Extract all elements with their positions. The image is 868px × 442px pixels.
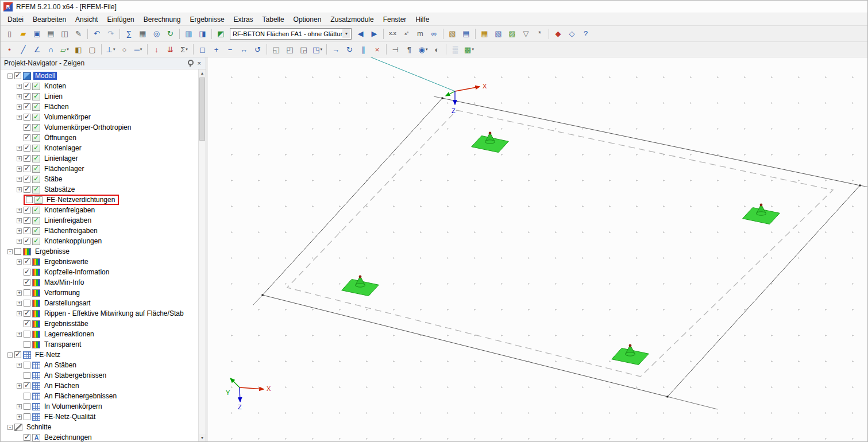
- tree-label-kopfzeile-information[interactable]: Kopfzeile-Information: [43, 268, 111, 276]
- display-properties-icon[interactable]: ◐: [430, 43, 443, 56]
- tree-label-fe-netz-qualitat[interactable]: FE-Netz-Qualität: [43, 413, 97, 421]
- scroll-up-icon[interactable]: ▲: [199, 69, 206, 77]
- view-x-icon[interactable]: ◱: [269, 43, 283, 56]
- panels-icon[interactable]: ◨: [196, 28, 209, 40]
- tree-label-fe-netz[interactable]: FE-Netz: [33, 351, 62, 359]
- comment-icon[interactable]: ¶: [403, 43, 416, 56]
- filter-icon[interactable]: ▽: [519, 28, 533, 40]
- scroll-down-icon[interactable]: ▼: [199, 434, 206, 441]
- results-display-icon[interactable]: ◩: [214, 28, 227, 40]
- expander-knotenkopplungen[interactable]: +: [17, 239, 22, 244]
- tree-label-schnitte[interactable]: Schnitte: [25, 423, 53, 431]
- expander-knoten[interactable]: +: [17, 84, 22, 89]
- tree-label-stabe[interactable]: Stäbe: [43, 175, 64, 183]
- background-color-icon[interactable]: ▒: [449, 43, 462, 56]
- printout-icon[interactable]: ▤: [460, 28, 473, 40]
- tree-label-flachenlager[interactable]: Flächenlager: [43, 165, 86, 173]
- tree-label-an-flachenergebnissen[interactable]: An Flächenergebnissen: [43, 392, 118, 400]
- modules-icon[interactable]: ◆: [551, 28, 565, 40]
- view-glasses-icon[interactable]: ∞: [427, 28, 441, 40]
- checkbox-ergebnisse[interactable]: [14, 248, 21, 255]
- menu-ansicht[interactable]: Ansicht: [71, 14, 102, 25]
- checkbox-stabe[interactable]: [24, 176, 30, 183]
- checkbox-modell[interactable]: [14, 72, 21, 79]
- menu-tabelle[interactable]: Tabelle: [258, 14, 289, 25]
- menu-ergebnisse[interactable]: Ergebnisse: [186, 14, 229, 25]
- insert-node-icon[interactable]: •: [3, 43, 16, 56]
- menu-optionen[interactable]: Optionen: [289, 14, 326, 25]
- tree-label-ergebnisse[interactable]: Ergebnisse: [33, 247, 71, 255]
- app-icon[interactable]: R: [3, 2, 13, 11]
- menu-fenster[interactable]: Fenster: [379, 14, 411, 25]
- isometric-view-icon[interactable]: ◳▾: [311, 43, 324, 56]
- expander-stabe[interactable]: +: [17, 177, 22, 182]
- checkbox-bezeichnungen[interactable]: [24, 434, 30, 441]
- tree-label-linien[interactable]: Linien: [43, 92, 64, 100]
- new-file-icon[interactable]: ▯: [3, 28, 16, 40]
- expander-volumenkorper[interactable]: +: [17, 115, 22, 120]
- checkbox-max-min-info[interactable]: [24, 279, 30, 286]
- checkbox-an-flachenergebnissen[interactable]: [24, 393, 30, 400]
- menu-extras[interactable]: Extras: [229, 14, 258, 25]
- tree-label-an-stabergebnissen[interactable]: An Stabergebnissen: [43, 371, 108, 379]
- zoom-out-icon[interactable]: −: [223, 43, 237, 56]
- line-load-icon[interactable]: ⇊: [164, 43, 177, 56]
- tree-label-fe-netzverdichtungen[interactable]: FE-Netzverdichtungen: [45, 196, 117, 204]
- member-icon[interactable]: ─▾: [132, 43, 145, 56]
- open-folder-icon[interactable]: ▰: [17, 28, 30, 40]
- checkbox-volumenkorper[interactable]: [24, 114, 30, 121]
- expander-darstellungsart[interactable]: +: [17, 301, 22, 306]
- corner-node[interactable]: [667, 396, 669, 398]
- menu-berechnung[interactable]: Berechnung: [139, 14, 186, 25]
- line-hinge-icon[interactable]: ○: [118, 43, 131, 56]
- checkbox-fe-netz-qualitat[interactable]: [24, 413, 30, 420]
- tree-label-linienfreigaben[interactable]: Linienfreigaben: [43, 216, 93, 224]
- expander-verformung[interactable]: +: [17, 290, 22, 296]
- tree-label-modell[interactable]: Modell: [33, 72, 57, 80]
- edit-icon[interactable]: ✎: [72, 28, 85, 40]
- tree-label-knotenfreigaben[interactable]: Knotenfreigaben: [43, 206, 97, 214]
- chevron-down-icon[interactable]: ▾: [113, 47, 115, 52]
- tree-label-stabsatze[interactable]: Stabsätze: [43, 185, 76, 193]
- insert-solid-icon[interactable]: ◧: [72, 43, 85, 56]
- decimal-places-icon[interactable]: X.X: [386, 28, 399, 40]
- checkbox-an-flachen[interactable]: [24, 382, 30, 389]
- insert-opening-icon[interactable]: ▢: [86, 43, 99, 56]
- prev-load-case-icon[interactable]: ◀: [354, 28, 367, 40]
- rotate-view-icon[interactable]: ↺: [251, 43, 264, 56]
- checkbox-stabsatze[interactable]: [24, 186, 30, 193]
- checkbox-knotenlager[interactable]: [24, 145, 30, 152]
- expander-ergebniswerte[interactable]: +: [17, 259, 22, 265]
- delete-object-icon[interactable]: ×: [371, 43, 384, 56]
- visibility-icon[interactable]: ◉▾: [416, 43, 430, 56]
- expander-knotenfreigaben[interactable]: +: [17, 208, 22, 213]
- checkbox-offnungen[interactable]: [24, 134, 30, 141]
- close-icon[interactable]: ×: [196, 60, 202, 67]
- checkbox-an-stabergebnissen[interactable]: [24, 372, 30, 379]
- chevron-down-icon[interactable]: ▾: [472, 47, 474, 52]
- checkbox-ergebnisstabe[interactable]: [24, 320, 30, 327]
- tree-label-ergebniswerte[interactable]: Ergebniswerte: [43, 258, 90, 266]
- tree-label-offnungen[interactable]: Öffnungen: [43, 134, 78, 142]
- expander-linienfreigaben[interactable]: +: [17, 218, 22, 223]
- expander-lagerreaktionen[interactable]: +: [17, 332, 22, 337]
- expander-knotenlager[interactable]: +: [17, 146, 22, 151]
- column-support-4[interactable]: [612, 344, 649, 365]
- checkbox-flachenfreigaben[interactable]: [24, 227, 30, 234]
- view-z-icon[interactable]: ◲: [297, 43, 310, 56]
- checkbox-verformung[interactable]: [24, 289, 30, 296]
- tree-label-darstellungsart[interactable]: Darstellungsart: [43, 299, 92, 307]
- print-preview-icon[interactable]: ◫: [58, 28, 71, 40]
- chevron-down-icon[interactable]: ▾: [426, 47, 428, 52]
- window-icon[interactable]: ◇: [565, 28, 578, 40]
- checkbox-flachenlager[interactable]: [24, 165, 30, 172]
- tree-label-flachenfreigaben[interactable]: Flächenfreigaben: [43, 227, 99, 235]
- tree-label-in-volumenkorpern[interactable]: In Volumenkörpern: [43, 402, 104, 410]
- zoom-in-icon[interactable]: +: [210, 43, 223, 56]
- rotate-object-icon[interactable]: ↻: [343, 43, 356, 56]
- tree-label-rippen-effektive-mitwirkung-auf-flache-stab[interactable]: Rippen - Effektive Mitwirkung auf Fläche…: [43, 309, 186, 317]
- expander-linienlager[interactable]: +: [17, 156, 22, 161]
- column-support-1[interactable]: [472, 132, 509, 153]
- checkbox-transparent[interactable]: [24, 341, 30, 348]
- insert-polyline-icon[interactable]: ∠: [30, 43, 44, 56]
